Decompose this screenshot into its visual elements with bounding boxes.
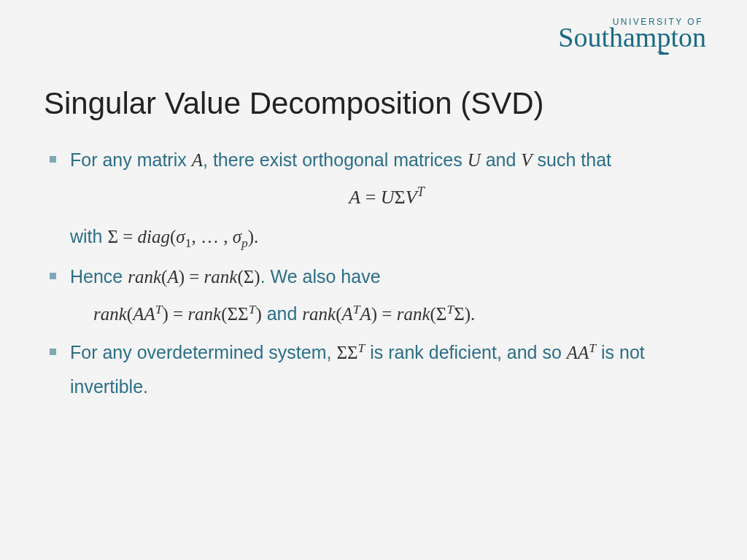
rk-A3: A xyxy=(360,304,371,324)
b2-S1: Σ xyxy=(244,267,255,287)
b1-U: U xyxy=(468,150,481,170)
b2-lp2: ( xyxy=(237,267,243,287)
b1-t1: For any matrix xyxy=(70,149,192,170)
b2-eq: = xyxy=(185,267,204,287)
rk-eq2: = xyxy=(377,304,397,324)
logo-part-c: ton xyxy=(670,22,706,52)
rk-T4: T xyxy=(446,302,454,316)
with-s1: σ xyxy=(176,227,185,246)
rank-equalities: rank(AAT) = rank(ΣΣT) and rank(ATA) = ra… xyxy=(70,297,703,331)
b1-V: V xyxy=(521,150,532,170)
eq1-T: T xyxy=(417,185,425,200)
rk-SS: ΣΣ xyxy=(228,304,249,324)
with-line: with Σ = diag(σ1, … , σp). xyxy=(70,219,703,254)
equation-svd: A = UΣVT xyxy=(70,180,703,215)
logo-line2: Southampton xyxy=(558,23,706,51)
eq1-A: A xyxy=(349,187,360,208)
b1-A: A xyxy=(192,150,203,170)
b3-T2: T xyxy=(589,341,596,355)
rk-eq1: = xyxy=(169,304,188,324)
rk-S2: Σ xyxy=(436,304,447,324)
b2-A1: A xyxy=(167,267,178,287)
rk-S3: Σ xyxy=(454,304,465,324)
with-eq: = xyxy=(118,227,138,246)
eq1-Sigma: Σ xyxy=(395,187,406,208)
eq1-V: V xyxy=(406,187,417,208)
bullet-list: For any matrix A, there exist orthogonal… xyxy=(47,143,703,404)
slide-title: Singular Value Decomposition (SVD) xyxy=(44,86,703,121)
with-diag: diag xyxy=(138,227,170,246)
with-rp: ). xyxy=(248,227,259,246)
with-comma: , … , xyxy=(191,227,232,246)
b2-r1: rank xyxy=(128,267,161,287)
rk-rp5: ) xyxy=(371,304,377,324)
rk-T1: T xyxy=(155,302,163,316)
bullet-3: For any overdetermined system, ΣΣT is ra… xyxy=(47,335,703,404)
with-sp: σ xyxy=(233,227,241,246)
b2-rp2: ) xyxy=(254,267,260,287)
rk-dot: . xyxy=(471,304,475,324)
b2-rp1: ) xyxy=(179,267,185,287)
rk-lp3: ( xyxy=(127,304,133,324)
b2-t1: Hence xyxy=(70,266,128,287)
rk-r6: rank xyxy=(397,304,430,324)
b3-T1: T xyxy=(358,341,365,355)
with-subp: p xyxy=(241,236,248,250)
with-word: with xyxy=(70,226,107,246)
eq1-eq: = xyxy=(360,187,381,208)
rk-rp6: ) xyxy=(465,304,471,324)
rk-A2: A xyxy=(341,304,352,324)
logo-part-b: p xyxy=(657,23,670,51)
university-logo: UNIVERSITY OF Southampton xyxy=(558,18,706,51)
rk-r3: rank xyxy=(93,304,127,324)
rk-rp3: ) xyxy=(162,304,168,324)
rk-r5: rank xyxy=(302,304,336,324)
bullet-2: Hence rank(A) = rank(Σ). We also have ra… xyxy=(47,260,703,332)
b1-t4: such that xyxy=(533,149,611,170)
rk-lp4: ( xyxy=(221,304,227,324)
with-Sigma: Σ xyxy=(107,227,118,246)
rk-AA: AA xyxy=(133,304,155,324)
b2-t2: . We also have xyxy=(260,266,381,287)
eq1-U: U xyxy=(381,187,395,208)
b2-r2: rank xyxy=(204,267,238,287)
rk-and: and xyxy=(262,303,303,324)
rk-lp6: ( xyxy=(430,304,436,324)
b3-t1: For any overdetermined system, xyxy=(70,342,336,362)
rk-rp4: ) xyxy=(255,304,261,324)
bullet-1: For any matrix A, there exist orthogonal… xyxy=(47,143,703,255)
b3-t2: is rank deficient, and so xyxy=(365,342,567,362)
b3-SS: ΣΣ xyxy=(336,343,357,362)
slide: UNIVERSITY OF Southampton Singular Value… xyxy=(0,0,747,560)
b3-AA: AA xyxy=(567,343,589,362)
rk-T2: T xyxy=(249,302,256,316)
logo-part-a: Southam xyxy=(558,22,657,52)
b1-t3: and xyxy=(481,149,522,170)
b1-t2: , there exist orthogonal matrices xyxy=(203,149,468,170)
rk-r4: rank xyxy=(187,304,221,324)
